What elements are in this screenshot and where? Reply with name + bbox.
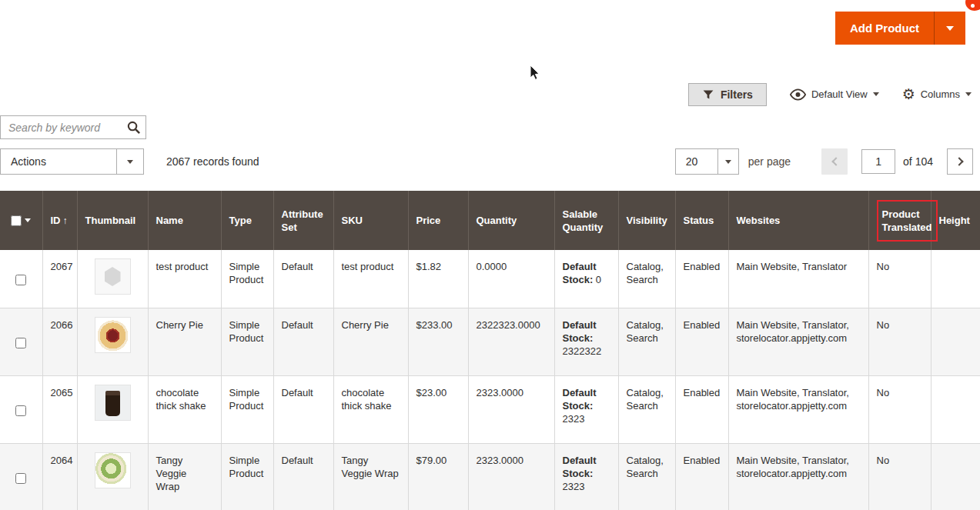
search-submit-button[interactable] [122,117,145,138]
product-grid-page: Add Product Filters Default View ⚙ Colum… [0,0,980,510]
column-header-height[interactable]: Height [931,191,980,250]
cell-sku: Tangy Veggie Wrap [333,444,408,510]
row-checkbox[interactable] [15,473,26,484]
cell-salable-quantity: Default Stock: 0 [554,250,618,308]
cell-name: test product [148,250,221,308]
funnel-icon [702,88,714,101]
product-thumbnail [95,258,131,295]
column-header-name[interactable]: Name [148,191,221,250]
cell-salable-quantity: Default Stock: 2323 [554,444,618,510]
default-view-label: Default View [811,88,868,100]
cell-websites: Main Website, Translator [728,250,868,308]
actions-label: Actions [1,155,116,168]
cell-sku: Cherry Pie [333,308,408,376]
columns-label: Columns [921,88,960,100]
select-all-header [0,191,42,250]
previous-page-button[interactable] [821,148,848,175]
column-header-status[interactable]: Status [675,191,728,250]
total-pages-label: of 104 [903,155,933,168]
row-checkbox[interactable] [15,338,26,348]
cell-status: Enabled [675,444,728,510]
mouse-cursor [530,65,540,81]
column-header-visibility[interactable]: Visibility [618,191,675,250]
chevron-down-icon [873,92,879,96]
actions-dropdown[interactable]: Actions [0,148,144,175]
column-header-salable-quantity[interactable]: Salable Quantity [554,191,618,250]
cell-status: Enabled [675,250,728,308]
cell-price: $79.00 [408,444,468,510]
column-header-sku[interactable]: SKU [333,191,408,250]
cell-height [931,308,980,376]
cell-visibility: Catalog, Search [618,444,675,510]
cell-visibility: Catalog, Search [618,250,675,308]
search-icon [126,120,141,135]
cell-price: $233.00 [408,308,468,376]
eye-icon [790,88,806,101]
row-checkbox[interactable] [15,405,26,416]
column-header-product-translated[interactable]: Product Translated [868,191,931,250]
cell-height [931,376,980,444]
per-page-value: 20 [676,155,717,168]
filters-label: Filters [721,88,753,101]
chevron-down-icon [127,160,133,164]
cell-price: $1.82 [408,250,468,308]
cell-status: Enabled [675,376,728,444]
cell-id: 2067 [42,250,77,308]
column-header-quantity[interactable]: Quantity [468,191,554,250]
cell-type: Simple Product [221,376,273,444]
cell-quantity: 2323.0000 [468,376,554,444]
cell-attribute-set: Default [273,444,333,510]
cell-attribute-set: Default [273,250,333,308]
column-header-websites[interactable]: Websites [728,191,868,250]
per-page-select[interactable]: 20 [675,148,739,175]
keyword-search [0,115,146,139]
pagination-bar: 20 per page of 104 [675,148,973,175]
cell-product-translated: No [868,308,931,376]
cell-type: Simple Product [221,444,273,510]
table-row[interactable]: 2066 Cherry Pie Simple Product Default C… [0,308,980,376]
table-row[interactable]: 2067 test product Simple Product Default… [0,250,980,308]
chevron-left-icon [831,157,840,165]
cell-price: $23.00 [408,376,468,444]
add-product-dropdown-toggle[interactable] [934,12,965,45]
column-header-price[interactable]: Price [408,191,468,250]
next-page-button[interactable] [947,148,973,175]
cell-attribute-set: Default [273,308,333,376]
cell-type: Simple Product [221,250,273,308]
select-all-checkbox[interactable] [11,215,22,226]
row-checkbox[interactable] [15,275,26,285]
filters-button[interactable]: Filters [688,83,767,106]
add-product-button[interactable]: Add Product [835,12,934,45]
grid-header-row: ID↑ Thumbnail Name Type Attribute Set SK… [0,191,980,250]
column-header-id[interactable]: ID↑ [42,191,77,250]
highlight-annotation-box: Product Translated [877,200,938,242]
column-header-attribute-set[interactable]: Attribute Set [273,191,333,250]
cell-height [931,444,980,510]
per-page-label: per page [748,155,791,168]
sort-ascending-icon: ↑ [63,215,68,226]
product-thumbnail [95,317,131,353]
default-view-control[interactable]: Default View [790,88,879,101]
cell-visibility: Catalog, Search [618,376,675,444]
actions-dropdown-toggle[interactable] [116,149,143,174]
cell-type: Simple Product [221,308,273,376]
cell-id: 2066 [42,308,77,376]
table-row[interactable]: 2065 chocolate thick shake Simple Produc… [0,376,980,444]
current-page-input[interactable] [861,149,895,174]
cell-product-translated: No [868,376,931,444]
select-all-dropdown-icon[interactable] [25,218,31,222]
notification-badge[interactable] [965,0,980,11]
table-row[interactable]: 2064 Tangy Veggie Wrap Simple Product De… [0,444,980,510]
per-page-toggle[interactable] [717,149,738,174]
cell-sku: test product [333,250,408,308]
columns-control[interactable]: ⚙ Columns [902,87,972,102]
cell-quantity: 2323.0000 [468,444,554,510]
cell-name: chocolate thick shake [148,376,221,444]
column-header-type[interactable]: Type [221,191,273,250]
cell-visibility: Catalog, Search [618,308,675,376]
add-product-label: Add Product [850,22,919,35]
chevron-right-icon [955,157,963,165]
column-header-thumbnail[interactable]: Thumbnail [77,191,148,250]
product-grid: ID↑ Thumbnail Name Type Attribute Set SK… [0,191,980,510]
cell-salable-quantity: Default Stock: 2322322 [554,308,618,376]
